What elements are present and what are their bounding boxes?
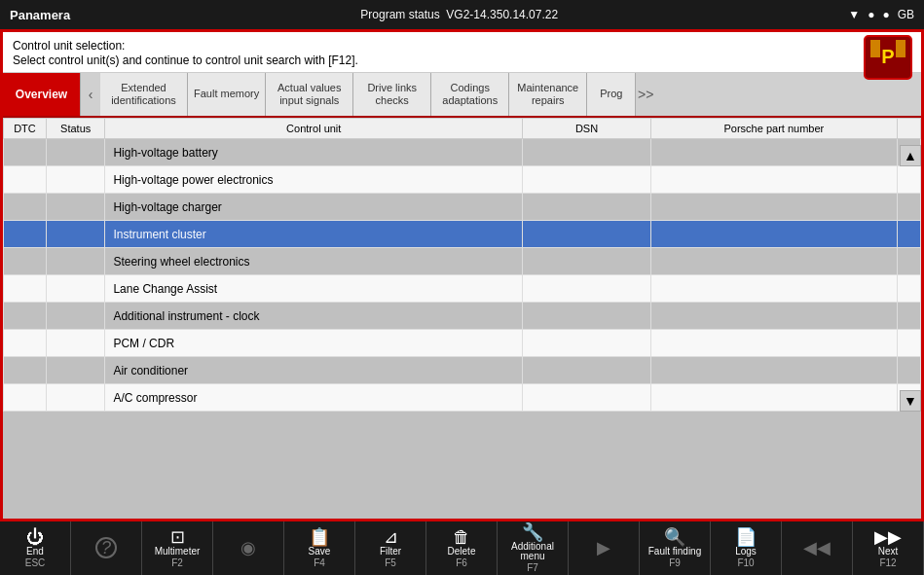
filter-icon: ⊿ (384, 528, 398, 546)
toolbar-f1-button[interactable]: ? (71, 521, 142, 575)
next-icon: ▶▶ (874, 528, 902, 546)
table-row[interactable]: Air conditioner (4, 357, 921, 384)
row-dsn (523, 139, 651, 166)
scroll-down-button[interactable]: ▼ (900, 390, 921, 412)
status-dot-2: ● (882, 8, 889, 21)
row-status (46, 275, 104, 303)
filter-label: Filter (380, 547, 401, 557)
tab-fault-memory[interactable]: Fault memory (188, 73, 266, 116)
row-part-number (650, 221, 897, 248)
toolbar-play-button[interactable]: ▶ (569, 521, 640, 575)
row-status (46, 330, 104, 357)
tab-arrow-right[interactable]: >> (636, 73, 655, 116)
toolbar-additional-menu-button[interactable]: 🔧 Additional menu F7 (498, 521, 569, 575)
row-dtc (4, 166, 47, 194)
logo-area: P (863, 34, 913, 84)
delete-key: F6 (456, 557, 467, 568)
status-dot-1: ● (868, 8, 874, 21)
row-part-number (650, 166, 897, 194)
app-title: Panamera (10, 8, 70, 22)
row-control-unit: High-voltage charger (105, 194, 523, 221)
row-dtc (4, 303, 47, 330)
toolbar-logs-button[interactable]: 📄 Logs F10 (711, 521, 782, 575)
tab-drive-links[interactable]: Drive linkschecks (353, 73, 431, 116)
toolbar-filter-button[interactable]: ⊿ Filter F5 (355, 521, 426, 575)
row-dtc (4, 248, 47, 275)
row-dsn (523, 357, 651, 384)
toolbar-end-button[interactable]: ⏻ End ESC (0, 521, 71, 575)
row-control-unit: Air conditioner (105, 357, 523, 384)
row-part-number (650, 330, 897, 357)
tab-codings[interactable]: Codingsadaptations (431, 73, 509, 116)
bottom-toolbar: ⏻ End ESC ? ⊡ Multimeter F2 ◉ 📋 Save F4 … (0, 521, 924, 575)
table-row[interactable]: Steering wheel electronics (4, 248, 921, 275)
logs-icon: 📄 (735, 528, 757, 546)
tab-arrow-left[interactable]: ‹ (81, 73, 100, 116)
row-control-unit: Instrument cluster (105, 221, 523, 248)
row-dsn (523, 194, 651, 221)
row-extra (897, 275, 920, 303)
table-row[interactable]: Instrument cluster (4, 221, 921, 248)
toolbar-next-button[interactable]: ▶▶ Next F12 (853, 521, 924, 575)
row-extra (897, 357, 920, 384)
tab-extended-identifications[interactable]: Extendedidentifications (100, 73, 188, 116)
tab-maintenance[interactable]: Maintenancerepairs (509, 73, 587, 116)
row-dsn (523, 303, 651, 330)
tab-actual-values[interactable]: Actual valuesinput signals (266, 73, 353, 116)
row-dsn (523, 275, 651, 303)
row-part-number (650, 139, 897, 166)
table-row[interactable]: A/C compressor (4, 384, 921, 412)
row-dsn (523, 248, 651, 275)
toolbar-delete-button[interactable]: 🗑 Delete F6 (426, 521, 498, 575)
fault-finding-key: F9 (669, 557, 681, 568)
next-key: F12 (879, 557, 896, 568)
table-area: DTC Status Control unit DSN Porsche part… (3, 118, 921, 412)
toolbar-multimeter-button[interactable]: ⊡ Multimeter F2 (142, 521, 213, 575)
table-row[interactable]: PCM / CDR (4, 330, 921, 357)
scroll-up-button[interactable]: ▲ (900, 145, 921, 166)
tab-prog[interactable]: Prog (587, 73, 636, 116)
row-control-unit: Lane Change Assist (105, 275, 523, 303)
row-status (46, 384, 104, 412)
multimeter-key: F2 (171, 557, 183, 568)
additional-menu-key: F7 (527, 562, 538, 573)
toolbar-f3-button[interactable]: ◉ (213, 521, 284, 575)
col-dsn: DSN (523, 119, 651, 139)
table-row[interactable]: Lane Change Assist (4, 275, 921, 303)
multimeter-icon: ⊡ (170, 528, 185, 546)
row-status (46, 194, 104, 221)
svg-rect-2 (870, 40, 880, 57)
row-extra (897, 221, 920, 248)
row-extra (897, 330, 920, 357)
col-status: Status (46, 119, 104, 139)
top-bar-right: ▼ ● ● GB (848, 8, 914, 21)
save-icon: 📋 (309, 528, 330, 546)
row-dtc (4, 357, 47, 384)
porsche-logo: P (863, 34, 913, 81)
fault-finding-label: Fault finding (648, 547, 701, 557)
row-part-number (650, 248, 897, 275)
table-row[interactable]: High-voltage power electronics (4, 166, 921, 194)
main-content-area: Control unit selection: Select control u… (0, 29, 924, 521)
toolbar-save-button[interactable]: 📋 Save F4 (284, 521, 355, 575)
table-row[interactable]: High-voltage charger (4, 194, 921, 221)
logs-key: F10 (737, 557, 754, 568)
toolbar-f11-button[interactable]: ◀◀ (782, 521, 853, 575)
row-dsn (523, 330, 651, 357)
table-row[interactable]: High-voltage battery (4, 139, 921, 166)
row-dsn (523, 166, 651, 194)
toolbar-fault-finding-button[interactable]: 🔍 Fault finding F9 (640, 521, 711, 575)
row-dsn (523, 384, 651, 412)
logs-label: Logs (735, 547, 757, 557)
control-unit-table: DTC Status Control unit DSN Porsche part… (3, 118, 921, 412)
table-row[interactable]: Additional instrument - clock (4, 303, 921, 330)
next-label: Next (878, 547, 899, 557)
filter-key: F5 (385, 557, 396, 568)
end-key: ESC (25, 557, 46, 568)
row-dsn (523, 221, 651, 248)
row-extra (897, 248, 920, 275)
help-icon: ? (95, 537, 117, 558)
region-label: GB (898, 8, 914, 21)
row-dtc (4, 221, 47, 248)
tab-overview[interactable]: Overview (3, 73, 81, 116)
